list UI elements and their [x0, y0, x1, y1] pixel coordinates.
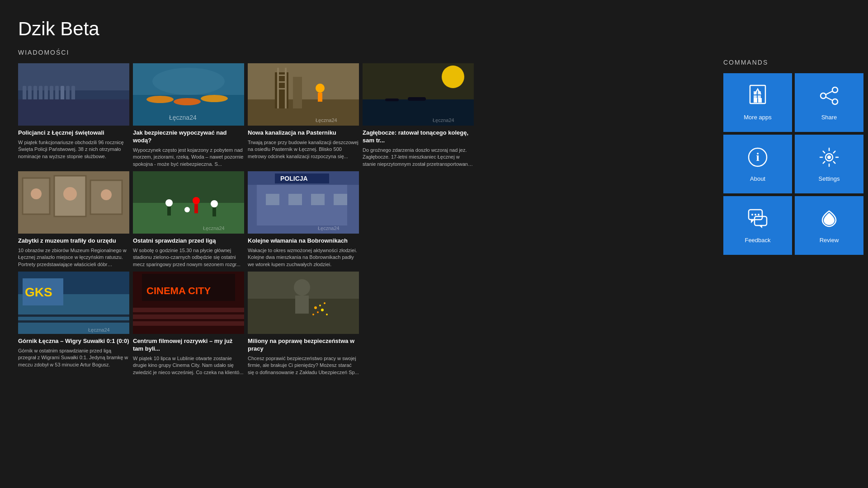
review-button[interactable]: Review — [795, 196, 863, 255]
news-item-2[interactable]: Łęczna24 Jak bezpiecznie wypoczywać nad … — [133, 63, 244, 168]
news-desc-6: W sobotę o godzinie 15.30 na płycie głów… — [133, 247, 244, 268]
svg-rect-94 — [758, 98, 762, 103]
commands-panel: COMMANDS More a — [714, 18, 868, 470]
review-label: Review — [820, 237, 839, 244]
svg-rect-96 — [758, 91, 761, 94]
news-section-title: WIADOMOŚCI — [18, 49, 687, 56]
svg-rect-76 — [133, 308, 244, 312]
settings-icon — [818, 146, 840, 172]
svg-point-17 — [174, 98, 201, 105]
news-desc-5: 10 obrazów ze zbiorów Muzeum Regionalneg… — [18, 247, 129, 268]
svg-point-85 — [314, 306, 317, 309]
news-item-6[interactable]: Łęczna24 Ostatni sprawdzian przed ligą W… — [133, 171, 244, 268]
svg-rect-28 — [277, 88, 287, 89]
svg-point-46 — [101, 189, 112, 200]
news-item-10[interactable]: CINEMA CITY Centrum filmowej rozrywki – … — [133, 272, 244, 376]
news-title-11: Miliony na poprawę bezpieczeństwa w prac… — [248, 338, 359, 353]
svg-point-91 — [326, 314, 328, 315]
news-thumb-4: Łęczna24 — [363, 63, 474, 126]
svg-rect-98 — [758, 95, 761, 99]
news-thumb-11 — [248, 272, 359, 334]
svg-rect-37 — [385, 99, 399, 101]
svg-rect-12 — [18, 99, 129, 126]
feedback-icon — [746, 207, 769, 233]
main-container: Dzik Beta WIADOMOŚCI — [0, 0, 868, 488]
settings-label: Settings — [819, 175, 840, 182]
content-area: Dzik Beta WIADOMOŚCI — [18, 18, 714, 470]
svg-point-51 — [193, 197, 200, 204]
svg-point-90 — [312, 314, 314, 315]
svg-text:Łęczna24: Łęczna24 — [169, 114, 197, 121]
news-title-7: Kolejne włamania na Bobrownikach — [248, 237, 359, 245]
news-item-11[interactable]: Miliony na poprawę bezpieczeństwa w prac… — [248, 272, 359, 376]
news-row-3: GKS Łęczna24 Górnik Łęczna – Wigry Suwał… — [18, 272, 687, 376]
news-desc-4: Do groźnego zdarzenia doszło wczoraj nad… — [363, 147, 474, 168]
svg-text:Łęczna24: Łęczna24 — [203, 225, 225, 231]
svg-text:GKS: GKS — [25, 285, 52, 299]
svg-point-88 — [321, 309, 324, 311]
svg-rect-84 — [295, 296, 309, 314]
svg-point-45 — [63, 187, 77, 201]
svg-point-99 — [832, 87, 838, 93]
commands-title: COMMANDS — [723, 59, 859, 66]
news-title-9: Górnik Łęczna – Wigry Suwałki 0:1 (0:0) — [18, 338, 129, 345]
news-thumb-7: POLICJA Łęczna24 — [248, 171, 359, 234]
news-item-3[interactable]: Łęczna24 Nowa kanalizacja na Pasterniku … — [248, 63, 359, 168]
about-button[interactable]: i About — [723, 135, 792, 193]
app-title: Dzik Beta — [18, 18, 687, 40]
svg-point-113 — [755, 214, 756, 216]
news-thumb-2: Łęczna24 — [133, 63, 244, 126]
news-thumb-1 — [18, 63, 129, 126]
svg-point-29 — [316, 84, 325, 93]
share-button[interactable]: Share — [795, 73, 863, 132]
news-desc-10: W piątek 10 lipca w Lublinie otwarte zos… — [133, 355, 244, 376]
news-item-9[interactable]: GKS Łęczna24 Górnik Łęczna – Wigry Suwał… — [18, 272, 129, 376]
svg-rect-30 — [318, 93, 322, 102]
svg-point-49 — [165, 199, 173, 206]
news-thumb-5 — [18, 171, 129, 234]
news-desc-11: Chcesz poprawić bezpieczeństwo pracy w s… — [248, 355, 359, 376]
news-grid: Policjanci z Łęcznej świętowali W piątek… — [18, 63, 687, 376]
svg-point-83 — [294, 279, 310, 296]
news-title-3: Nowa kanalizacja na Pasterniku — [248, 129, 359, 137]
news-thumb-3: Łęczna24 — [248, 63, 359, 126]
svg-text:Łęczna24: Łęczna24 — [88, 327, 110, 333]
svg-marker-111 — [759, 225, 762, 228]
news-desc-3: Trwają prace przy budowie kanalizacji de… — [248, 139, 359, 160]
news-item-1[interactable]: Policjanci z Łęcznej świętowali W piątek… — [18, 63, 129, 168]
svg-rect-36 — [408, 97, 426, 101]
news-thumb-10: CINEMA CITY — [133, 272, 244, 334]
news-desc-1: W piątek funkcjonariusze obchodzili 96 r… — [18, 139, 129, 160]
news-item-5[interactable]: Zabytki z muzeum trafiły do urzędu 10 ob… — [18, 171, 129, 268]
svg-line-103 — [826, 97, 832, 100]
svg-point-53 — [211, 200, 218, 207]
share-icon — [818, 84, 840, 110]
svg-point-15 — [152, 68, 225, 95]
more-apps-label: More apps — [744, 114, 771, 121]
svg-point-55 — [184, 207, 190, 212]
svg-point-44 — [31, 188, 42, 199]
svg-point-86 — [319, 305, 321, 306]
settings-button[interactable]: Settings — [795, 135, 863, 193]
svg-point-89 — [324, 302, 326, 304]
svg-rect-62 — [266, 194, 279, 205]
svg-text:Łęczna24: Łęczna24 — [318, 225, 340, 231]
review-icon — [818, 207, 840, 233]
more-apps-button[interactable]: More apps — [723, 73, 792, 132]
news-item-7[interactable]: POLICJA Łęczna24 Kolejne włamania na Bob… — [248, 171, 359, 268]
feedback-button[interactable]: Feedback — [723, 196, 792, 255]
svg-rect-50 — [167, 206, 171, 216]
about-label: About — [750, 175, 765, 182]
news-title-2: Jak bezpiecznie wypoczywać nad wodą? — [133, 129, 244, 145]
news-item-4[interactable]: Łęczna24 Zagłębocze: ratował tonącego ko… — [363, 63, 474, 168]
svg-point-87 — [317, 311, 319, 313]
svg-line-102 — [826, 91, 832, 94]
svg-text:Łęczna24: Łęczna24 — [316, 117, 337, 123]
svg-rect-63 — [288, 194, 302, 205]
svg-rect-23 — [293, 77, 302, 108]
svg-rect-72 — [18, 320, 129, 323]
svg-text:CINEMA CITY: CINEMA CITY — [146, 285, 211, 296]
share-label: Share — [821, 114, 837, 121]
svg-point-107 — [827, 155, 831, 159]
svg-rect-77 — [133, 314, 244, 319]
